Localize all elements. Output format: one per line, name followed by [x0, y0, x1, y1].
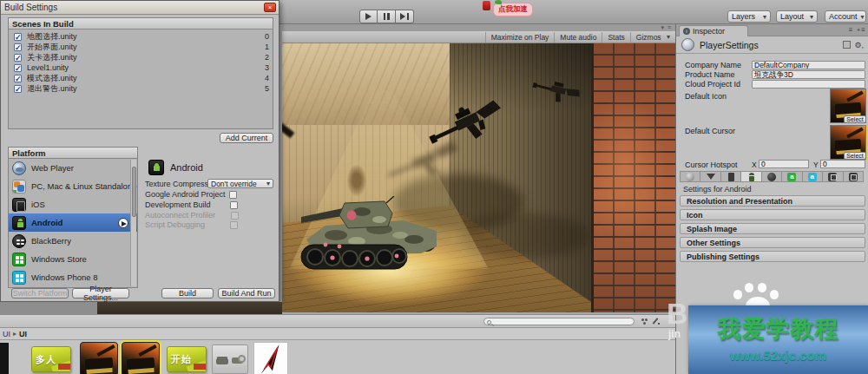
scene-checkbox[interactable]: ✓	[14, 75, 22, 82]
cloud-project-id-field[interactable]	[752, 80, 865, 89]
platform-scrollbar[interactable]	[130, 160, 136, 286]
label-filter-icon[interactable]	[641, 318, 648, 325]
account-dropdown[interactable]: Account▾	[825, 10, 866, 23]
tab-web[interactable]	[681, 172, 700, 181]
chevron-down-icon: ▾	[810, 13, 813, 21]
breadcrumb-root[interactable]: UI	[3, 330, 10, 338]
search-input[interactable]	[483, 318, 635, 325]
tab-windows-store[interactable]	[823, 172, 843, 181]
section-icon[interactable]: Icon	[680, 209, 865, 220]
tab-inspector[interactable]: i Inspector	[679, 25, 748, 36]
close-icon[interactable]: ×	[264, 3, 276, 12]
asset-thumbnail-multiplayer-banner[interactable]: 多人	[31, 346, 71, 372]
asset-thumbnail-tank-icon-selected[interactable]	[122, 342, 160, 374]
scene-checkbox[interactable]: ✓	[14, 64, 22, 72]
platform-row-windows-store[interactable]: Windows Store	[9, 250, 137, 268]
platform-row-ios[interactable]: iOS	[9, 195, 137, 213]
tab-tizen[interactable]: a	[782, 172, 802, 181]
layout-dropdown[interactable]: Layout▾	[776, 10, 818, 23]
asset-thumbnail-tanks-sprite[interactable]	[212, 344, 248, 374]
player-settings-button[interactable]: Player Settings...	[72, 288, 129, 299]
scene-checkbox[interactable]: ✓	[14, 85, 22, 93]
scene-list: ✓ 地图选择.unity 0 ✓ 开始界面.unity 1 ✓ 关卡选择.uni…	[9, 30, 273, 94]
asset-thumbnail-tank-icon[interactable]	[80, 342, 118, 374]
tab-ios[interactable]	[721, 172, 741, 181]
scene-row[interactable]: ✓ 开始界面.unity 1	[9, 42, 273, 52]
default-cursor-select-button[interactable]: Select	[844, 152, 866, 160]
scene-row[interactable]: ✓ 关卡选择.unity 2	[9, 52, 273, 62]
maximize-on-play-toggle[interactable]: Maximize on Play	[485, 32, 555, 43]
build-and-run-button[interactable]: Build And Run	[218, 288, 275, 299]
tab-standalone[interactable]	[700, 172, 720, 181]
asset-thumbnail-start-banner[interactable]: 开始	[167, 346, 207, 372]
play-button[interactable]	[359, 10, 378, 23]
scene-row[interactable]: ✓ 模式选择.unity 4	[9, 73, 273, 83]
platform-row-standalone[interactable]: PC, Mac & Linux Standalone	[9, 177, 137, 195]
build-settings-titlebar[interactable]: Build Settings ×	[1, 1, 279, 15]
scene-checkbox[interactable]: ✓	[14, 54, 22, 62]
asset-thumbnail-cut[interactable]	[0, 343, 9, 374]
section-publishing-settings[interactable]: Publishing Settings	[680, 251, 865, 262]
layers-dropdown[interactable]: Layers▾	[727, 10, 771, 23]
section-other-settings[interactable]: Other Settings	[680, 237, 865, 248]
search-icon	[487, 320, 491, 325]
hotspot-x-field[interactable]: 0	[759, 160, 809, 168]
default-cursor-thumbnail[interactable]: Select	[830, 125, 866, 160]
tab-xiaomi[interactable]: a	[803, 172, 823, 181]
inspector-header: PlayerSettings ⚙,	[676, 36, 868, 54]
step-button[interactable]	[396, 10, 414, 23]
google-android-project-checkbox[interactable]	[229, 191, 237, 199]
hotspot-y-label: Y	[813, 161, 819, 169]
chevron-down-icon: ▾	[266, 180, 270, 187]
prefab-icon[interactable]	[843, 41, 851, 49]
asset-grid: 多人 开始	[0, 340, 675, 374]
platform-row-windows-phone[interactable]: Windows Phone 8	[9, 268, 137, 286]
default-icon-select-button[interactable]: Select	[844, 115, 866, 123]
hotspot-x-label: X	[752, 161, 757, 169]
add-current-button[interactable]: Add Current	[220, 133, 273, 143]
play-controls	[359, 10, 414, 23]
pause-button[interactable]	[378, 10, 396, 23]
gear-icon[interactable]: ⚙,	[854, 41, 864, 49]
section-resolution-and-presentation[interactable]: Resolution and Presentation	[680, 195, 865, 207]
scene-row[interactable]: ✓ Level1.unity 3	[9, 62, 273, 73]
tab-android[interactable]	[741, 172, 761, 181]
web-player-icon	[12, 161, 26, 175]
stats-toggle[interactable]: Stats	[602, 32, 629, 43]
platform-row-blackberry[interactable]: BlackBerry	[9, 232, 137, 250]
scene-checkbox[interactable]: ✓	[14, 33, 22, 41]
blackberry-icon	[767, 173, 776, 181]
section-splash-image[interactable]: Splash Image	[680, 223, 865, 234]
inspector-tabbar: i Inspector ≡ +≡	[676, 24, 868, 36]
scene-checkbox[interactable]: ✓	[14, 43, 22, 51]
company-name-row: Company Name DefaultCompany	[676, 60, 868, 69]
company-name-field[interactable]: DefaultCompany	[752, 61, 865, 69]
mute-audio-toggle[interactable]: Mute audio	[554, 32, 602, 43]
default-icon-thumbnail[interactable]: Select	[830, 89, 866, 123]
scene-row[interactable]: ✓ 地图选择.unity 0	[9, 31, 273, 42]
texture-compression-dropdown[interactable]: Don't override ▾	[207, 179, 273, 188]
edit-icon[interactable]	[653, 318, 661, 325]
platform-row-web-player[interactable]: Web Player	[9, 159, 137, 177]
development-build-checkbox[interactable]	[230, 201, 238, 209]
cursor-hotspot-label: Cursor Hotspot	[685, 161, 738, 169]
booster-label[interactable]: 点我加速	[493, 3, 533, 16]
product-name-field[interactable]: 坦克战争3D	[752, 70, 865, 79]
breadcrumb-current[interactable]: UI	[19, 330, 27, 338]
platform-row-android[interactable]: Android	[9, 213, 137, 232]
scene-row[interactable]: ✓ 退出警告.unity 5	[9, 83, 273, 94]
build-button[interactable]: Build	[161, 288, 214, 299]
panel-options-icon[interactable]: ▾ ≡	[661, 24, 672, 31]
blue-a-icon: a	[808, 173, 817, 181]
tab-wp8[interactable]	[844, 172, 863, 181]
gizmos-dropdown[interactable]: Gizmos ▾	[630, 32, 675, 43]
browser-booster-overlay[interactable]: 点我加速	[483, 0, 533, 16]
rifle	[428, 99, 506, 153]
hotspot-y-field[interactable]: 0	[820, 160, 865, 168]
tab-blackberry[interactable]	[762, 172, 782, 181]
tab-options-icon[interactable]: ≡ +≡	[849, 26, 866, 34]
asset-thumbnail-cursor-arrow[interactable]	[253, 342, 288, 374]
green-a-icon: a	[787, 173, 796, 181]
game-view-panel: ▾ ≡ Maximize on Play Mute audio Stats Gi…	[282, 24, 675, 312]
unity-editor: 点我加速 Layers▾ Layout▾ Account▾ ▾ ≡ Maximi…	[0, 0, 868, 374]
